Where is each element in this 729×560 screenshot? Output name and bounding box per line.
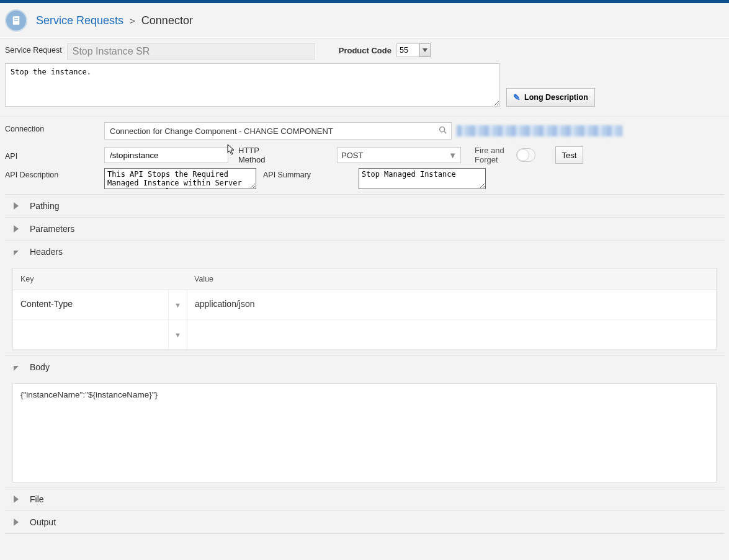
service-request-field[interactable]	[67, 43, 315, 60]
section-headers-header[interactable]: Headers	[5, 240, 724, 263]
api-description-textarea[interactable]: This API Stops the Required Managed Inst…	[104, 168, 256, 189]
http-method-value: POST	[341, 151, 363, 160]
headers-col-key: Key	[13, 269, 187, 290]
section-pathing-title: Pathing	[30, 201, 59, 211]
breadcrumb-current: Connector	[141, 14, 193, 27]
caret-expanded-icon	[14, 366, 19, 371]
fire-and-forget-label: Fire and Forget	[461, 146, 512, 164]
api-label: API	[5, 149, 104, 161]
api-field[interactable]	[104, 147, 228, 163]
header-key-dropdown[interactable]: ▼	[168, 320, 187, 349]
headers-table: Key Value Content-Type ▼ application/jso…	[12, 268, 717, 350]
section-body-title: Body	[30, 362, 50, 372]
toggle-knob	[517, 149, 529, 161]
fire-and-forget-toggle[interactable]	[516, 148, 535, 162]
section-file-title: File	[30, 494, 44, 504]
api-summary-textarea[interactable]: Stop Managed Instance	[359, 168, 486, 189]
product-code-label: Product Code	[339, 43, 391, 55]
header-value-cell[interactable]	[187, 320, 716, 349]
section-headers-title: Headers	[30, 247, 63, 257]
body-textarea[interactable]: {"instanceName":"${instanceName}"}	[12, 383, 717, 482]
header-key-dropdown[interactable]: ▼	[168, 290, 187, 319]
short-description-textarea[interactable]: Stop the instance.	[5, 63, 500, 107]
chevron-down-icon: ▼	[174, 331, 181, 339]
section-body-header[interactable]: Body	[5, 355, 724, 378]
headers-col-value: Value	[187, 269, 716, 290]
breadcrumb: Service Requests > Connector	[0, 3, 729, 38]
connection-url-link[interactable]	[457, 125, 622, 136]
headers-row: ▼	[13, 320, 716, 350]
headers-row: Content-Type ▼ application/json	[13, 290, 716, 320]
caret-expanded-icon	[14, 251, 19, 256]
breadcrumb-root-link[interactable]: Service Requests	[36, 14, 123, 27]
document-icon	[5, 9, 27, 32]
product-code-select[interactable]	[396, 43, 431, 57]
search-icon[interactable]	[438, 125, 448, 137]
connection-label: Connection	[5, 122, 104, 133]
section-pathing-header[interactable]: Pathing	[5, 195, 724, 217]
connection-field[interactable]	[104, 122, 452, 140]
header-key-cell[interactable]: Content-Type	[13, 290, 168, 319]
svg-line-4	[444, 131, 446, 133]
header-value-cell[interactable]: application/json	[187, 290, 716, 319]
caret-right-icon	[14, 518, 19, 526]
test-button[interactable]: Test	[555, 146, 583, 164]
api-summary-label: API Summary	[259, 168, 359, 179]
section-output-header[interactable]: Output	[5, 510, 724, 533]
http-method-label: HTTP Method	[235, 146, 284, 164]
http-method-select[interactable]: POST ▼	[337, 147, 461, 163]
chevron-down-icon: ▼	[174, 301, 181, 309]
divider	[0, 117, 729, 117]
section-parameters-title: Parameters	[30, 224, 74, 234]
chevron-down-icon: ▼	[449, 151, 457, 160]
api-description-label: API Description	[5, 168, 104, 179]
caret-right-icon	[14, 496, 19, 503]
section-parameters-header[interactable]: Parameters	[5, 217, 724, 240]
headers-table-header: Key Value	[13, 269, 716, 290]
header-key-cell[interactable]	[13, 320, 168, 349]
caret-right-icon	[14, 225, 19, 233]
section-output-title: Output	[30, 517, 56, 527]
long-description-button[interactable]: ✎ Long Description	[506, 88, 595, 107]
section-file-header[interactable]: File	[5, 487, 724, 510]
svg-rect-1	[14, 18, 18, 19]
long-description-label: Long Description	[524, 93, 588, 102]
caret-right-icon	[14, 202, 19, 210]
svg-rect-2	[14, 20, 18, 21]
breadcrumb-separator: >	[130, 16, 135, 26]
svg-point-3	[440, 127, 445, 132]
pencil-icon: ✎	[513, 92, 521, 102]
service-request-label: Service Request	[5, 43, 62, 55]
